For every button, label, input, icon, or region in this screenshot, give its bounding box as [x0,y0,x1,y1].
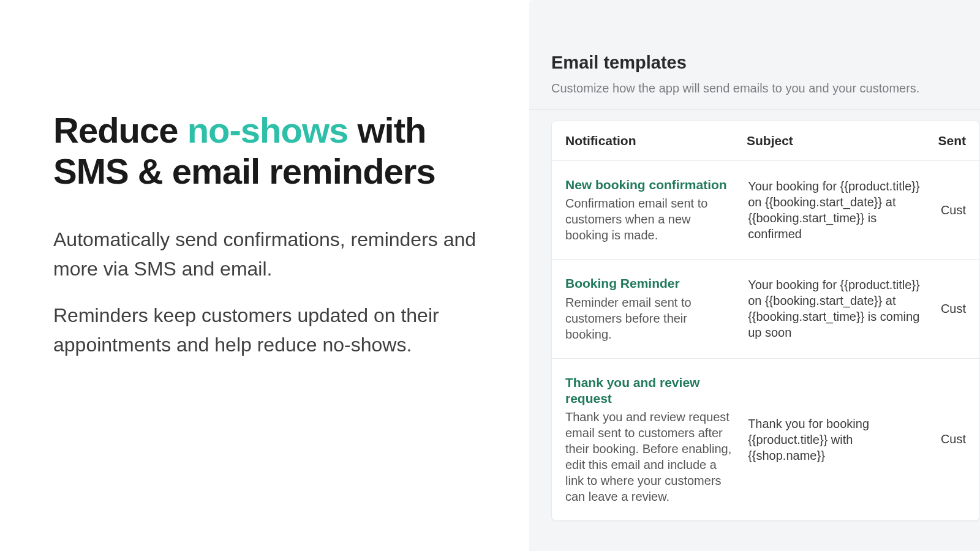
spacer [529,521,980,533]
headline-part1: Reduce [53,110,187,150]
main-container: Reduce no-shows with SMS & email reminde… [0,0,980,551]
marketing-paragraph-1: Automatically send confirmations, remind… [53,225,480,283]
column-header-sent: Sent [938,133,966,148]
subject-cell: Your booking for {{product.title}} on {{… [748,277,941,340]
notification-name[interactable]: Thank you and review request [565,375,736,407]
panel-header: Email templates Customize how the app wi… [529,53,980,110]
panel-title: Email templates [551,53,958,73]
table-row[interactable]: Booking Reminder Reminder email sent to … [552,260,979,358]
marketing-body: Automatically send confirmations, remind… [53,225,480,359]
subject-cell: Your booking for {{product.title}} on {{… [748,178,941,242]
notification-cell: New booking confirmation Confirmation em… [565,177,748,243]
sent-cell: Cust [941,432,966,446]
subject-cell: Thank you for booking {{product.title}} … [748,416,941,463]
table-row[interactable]: New booking confirmation Confirmation em… [552,161,979,260]
notification-cell: Booking Reminder Reminder email sent to … [565,276,748,342]
email-templates-table: Notification Subject Sent New booking co… [551,121,980,521]
headline-accent: no-shows [187,110,349,150]
sent-cell: Cust [941,302,966,316]
column-header-notification: Notification [565,133,747,148]
notification-name[interactable]: Booking Reminder [565,276,736,291]
headline: Reduce no-shows with SMS & email reminde… [53,110,480,192]
table-header-row: Notification Subject Sent [552,121,979,161]
notification-cell: Thank you and review request Thank you a… [565,375,748,505]
sent-cell: Cust [941,203,966,217]
notification-description: Thank you and review request email sent … [565,409,736,504]
marketing-pane: Reduce no-shows with SMS & email reminde… [0,0,529,551]
marketing-paragraph-2: Reminders keep customers updated on thei… [53,301,480,359]
notification-description: Confirmation email sent to customers whe… [565,195,736,243]
table-row[interactable]: Thank you and review request Thank you a… [552,359,979,521]
app-pane: Email templates Customize how the app wi… [529,0,980,551]
panel-subtitle: Customize how the app will send emails t… [551,81,958,96]
column-header-subject: Subject [747,133,938,148]
notification-name[interactable]: New booking confirmation [565,177,736,193]
notification-description: Reminder email sent to customers before … [565,294,736,342]
